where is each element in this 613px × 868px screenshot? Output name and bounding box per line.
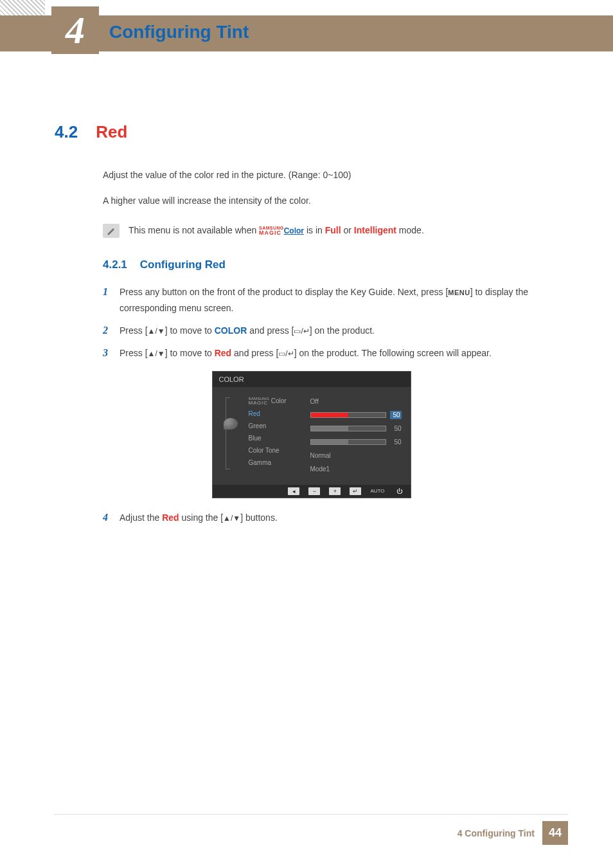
step2-a: Press [ [120, 325, 148, 336]
slider-green-value: 50 [390, 425, 402, 432]
brand-color: Color [284, 226, 304, 235]
step-text-4: Adjust the Red using the [▲/▼] buttons. [120, 510, 278, 526]
osd-val-blue: 50 [310, 438, 402, 446]
up-down-icon: ▲/▼ [148, 327, 165, 336]
corner-hatch [0, 0, 45, 15]
note-suffix: mode. [396, 225, 424, 235]
osd-item-blue: Blue [249, 435, 301, 442]
subsection-heading: 4.2.1 Configuring Red [103, 258, 568, 271]
keyword-red: Red [215, 348, 231, 358]
step-1: 1 Press any button on the front of the p… [103, 284, 568, 316]
osd-item-red: Red [249, 410, 301, 417]
mode-full: Full [325, 225, 341, 235]
osd-val-tone: Normal [310, 451, 402, 460]
intro-paragraph-1: Adjust the value of the color red in the… [103, 168, 568, 182]
note-block: This menu is not available when SAMSUNGM… [103, 224, 568, 238]
note-icon [103, 224, 120, 238]
step-number-1: 1 [103, 286, 112, 298]
step4-b: using the [ [179, 512, 224, 523]
chapter-title: Configuring Tint [109, 22, 249, 42]
section-number: 4.2 [55, 122, 78, 142]
osd-screenshot: COLOR SAMSUNGMAGIC Color Red Green Blue … [212, 371, 411, 498]
note-text: This menu is not available when SAMSUNGM… [129, 225, 424, 236]
osd-item-magic: SAMSUNGMAGIC Color [249, 397, 301, 406]
palette-icon [224, 418, 238, 429]
osd-item-gamma: Gamma [249, 459, 301, 466]
step3-d: ] on the product. The following screen w… [294, 348, 492, 358]
osd-val-red: 50 [310, 411, 402, 419]
step3-c: and press [ [231, 348, 278, 358]
footer-chapter-text: 4 Configuring Tint [458, 828, 535, 838]
step4-c: ] buttons. [240, 512, 278, 523]
note-mid: is in [304, 225, 325, 235]
step3-b: ] to move to [165, 348, 215, 358]
subsection-number: 4.2.1 [103, 258, 127, 271]
section-title: Red [96, 122, 127, 142]
osd-plus-icon: + [329, 487, 341, 495]
note-or: or [341, 225, 354, 235]
step-3: 3 Press [▲/▼] to move to Red and press [… [103, 345, 568, 361]
step2-c: and press [ [247, 325, 294, 336]
osd-val-magic: Off [310, 397, 402, 406]
brand-magic: MAGIC [259, 230, 284, 236]
keyword-red-2: Red [162, 512, 179, 523]
osd-item-tone: Color Tone [249, 447, 301, 454]
slider-green [310, 426, 386, 431]
subsection-title: Configuring Red [140, 258, 226, 271]
note-prefix: This menu is not available when [129, 225, 259, 235]
document-page: 4 Configuring Tint 4.2 Red Adjust the va… [0, 0, 613, 868]
chapter-number-box: 4 [51, 6, 99, 54]
step-number-4: 4 [103, 512, 112, 523]
page-footer: 4 Configuring Tint 44 [55, 814, 568, 845]
footer-page-number: 44 [542, 821, 568, 845]
step-number-2: 2 [103, 325, 112, 336]
osd-item-green: Green [249, 422, 301, 429]
menu-button-label: MENU [448, 289, 470, 296]
step-2: 2 Press [▲/▼] to move to COLOR and press… [103, 323, 568, 339]
step-number-3: 3 [103, 347, 112, 359]
osd-title: COLOR [213, 372, 411, 387]
keyword-color: COLOR [215, 325, 247, 336]
step-4: 4 Adjust the Red using the [▲/▼] buttons… [103, 510, 568, 526]
step1-text-a: Press any button on the front of the pro… [120, 287, 448, 297]
step-text-2: Press [▲/▼] to move to COLOR and press [… [120, 323, 375, 339]
osd-values: Off 50 50 50 Normal Mode1 [310, 397, 402, 473]
step-text-1: Press any button on the front of the pro… [120, 284, 568, 316]
osd-val-gamma: Mode1 [310, 465, 402, 473]
intro-paragraph-2: A higher value will increase the intensi… [103, 194, 568, 208]
osd-icon-column [222, 397, 240, 473]
step4-a: Adjust the [120, 512, 162, 523]
mode-intelligent: Intelligent [354, 225, 396, 235]
osd-body: SAMSUNGMAGIC Color Red Green Blue Color … [213, 387, 411, 485]
osd-back-icon: ◂ [288, 487, 299, 495]
enter-icon: ▭/↵ [278, 349, 294, 358]
up-down-icon: ▲/▼ [223, 514, 240, 523]
step2-b: ] to move to [165, 325, 215, 336]
osd-footer: ◂ − + ↵ AUTO ⏻ [213, 485, 411, 498]
osd-auto-label: AUTO [370, 488, 384, 494]
osd-magic-bot: MAGIC [249, 401, 269, 405]
content-area: 4.2 Red Adjust the value of the color re… [55, 122, 568, 532]
osd-magic-word: Color [269, 397, 287, 404]
step3-a: Press [ [120, 348, 148, 358]
enter-icon: ▭/↵ [294, 327, 309, 336]
step2-d: ] on the product. [310, 325, 375, 336]
slider-blue-value: 50 [390, 439, 402, 446]
slider-red-value: 50 [390, 411, 402, 419]
slider-red [310, 412, 386, 418]
section-heading: 4.2 Red [55, 122, 568, 142]
osd-minus-icon: − [308, 487, 320, 495]
osd-power-icon: ⏻ [394, 487, 405, 495]
step-text-3: Press [▲/▼] to move to Red and press [▭/… [120, 345, 492, 361]
slider-blue [310, 439, 386, 445]
osd-val-green: 50 [310, 424, 402, 433]
up-down-icon: ▲/▼ [148, 349, 165, 358]
osd-enter-icon: ↵ [350, 487, 361, 495]
chapter-number: 4 [66, 8, 85, 53]
osd-labels: SAMSUNGMAGIC Color Red Green Blue Color … [249, 397, 301, 473]
